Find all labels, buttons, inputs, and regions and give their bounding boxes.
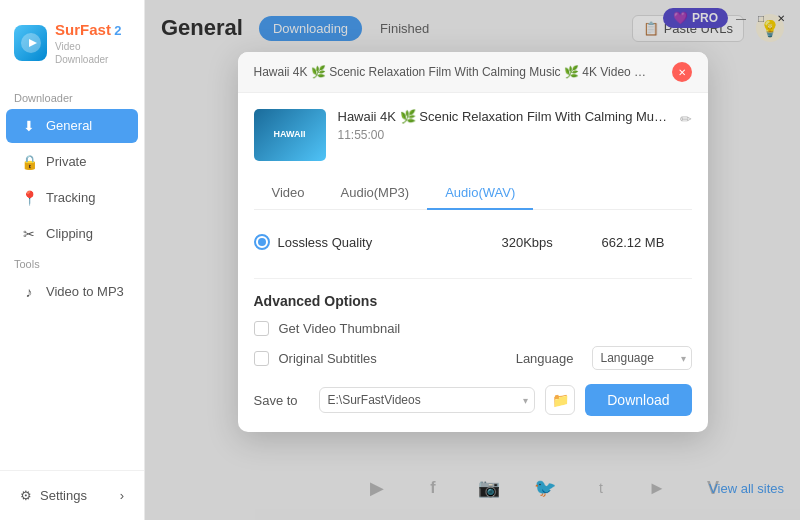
sidebar-item-private[interactable]: 🔒 Private (6, 145, 138, 179)
save-row: Save to ▾ 📁 Download (254, 384, 692, 416)
tab-video[interactable]: Video (254, 177, 323, 210)
tracking-icon: 📍 (20, 190, 38, 206)
language-select-wrapper: Language English Spanish French German ▾ (592, 346, 692, 370)
download-modal: Hawaii 4K 🌿 Scenic Relaxation Film With … (238, 52, 708, 432)
sidebar-item-tracking[interactable]: 📍 Tracking (6, 181, 138, 215)
downloader-section-label: Downloader (0, 86, 144, 108)
subtitles-option-row: Original Subtitles Language Language Eng… (254, 346, 692, 370)
save-path-wrapper: ▾ (319, 387, 536, 413)
quality-row: Lossless Quality 320Kbps 662.12 MB (254, 224, 692, 260)
subtitles-checkbox[interactable] (254, 351, 269, 366)
modal-title: Hawaii 4K 🌿 Scenic Relaxation Film With … (254, 65, 654, 79)
subtitles-label: Original Subtitles (279, 351, 377, 366)
edit-icon[interactable]: ✏ (680, 111, 692, 127)
video-meta: Hawaii 4K 🌿 Scenic Relaxation Film With … (338, 109, 668, 142)
modal-body: HAWAII Hawaii 4K 🌿 Scenic Relaxation Fil… (238, 93, 708, 432)
thumbnail-checkbox[interactable] (254, 321, 269, 336)
quality-radio[interactable] (254, 234, 270, 250)
modal-title-bar: Hawaii 4K 🌿 Scenic Relaxation Film With … (238, 52, 708, 93)
video-duration: 11:55:00 (338, 128, 668, 142)
format-tabs: Video Audio(MP3) Audio(WAV) (254, 177, 692, 210)
download-button[interactable]: Download (585, 384, 691, 416)
tab-audio-mp3[interactable]: Audio(MP3) (323, 177, 428, 210)
music-icon: ♪ (20, 284, 38, 300)
settings-icon: ⚙ (20, 488, 32, 503)
clip-icon: ✂ (20, 226, 38, 242)
save-to-label: Save to (254, 393, 309, 408)
sidebar: SurFast 2 Video Downloader Downloader ⬇ … (0, 0, 145, 520)
sidebar-item-video-to-mp3[interactable]: ♪ Video to MP3 (6, 275, 138, 309)
advanced-options-section: Advanced Options Get Video Thumbnail Ori… (254, 278, 692, 416)
quality-size: 662.12 MB (602, 235, 692, 250)
video-info-row: HAWAII Hawaii 4K 🌿 Scenic Relaxation Fil… (254, 109, 692, 161)
download-icon: ⬇ (20, 118, 38, 134)
save-path-input[interactable] (320, 388, 535, 412)
settings-chevron: › (120, 488, 124, 503)
video-title: Hawaii 4K 🌿 Scenic Relaxation Film With … (338, 109, 668, 124)
app-logo-icon (14, 25, 47, 61)
thumbnail-option-row: Get Video Thumbnail (254, 321, 692, 336)
modal-close-button[interactable]: ✕ (672, 62, 692, 82)
logo-area: SurFast 2 Video Downloader (0, 10, 144, 86)
modal-overlay: Hawaii 4K 🌿 Scenic Relaxation Film With … (145, 0, 800, 520)
quality-bitrate: 320Kbps (502, 235, 602, 250)
video-thumbnail: HAWAII (254, 109, 326, 161)
language-select[interactable]: Language English Spanish French German (592, 346, 692, 370)
lock-icon: 🔒 (20, 154, 38, 170)
settings-item[interactable]: ⚙ Settings › (6, 479, 138, 512)
sidebar-item-general[interactable]: ⬇ General (6, 109, 138, 143)
sidebar-bottom: ⚙ Settings › (0, 470, 144, 520)
advanced-title: Advanced Options (254, 293, 692, 309)
language-text-label: Language (516, 351, 574, 366)
app-name: SurFast 2 Video Downloader (55, 20, 130, 66)
folder-browse-button[interactable]: 📁 (545, 385, 575, 415)
sidebar-item-clipping[interactable]: ✂ Clipping (6, 217, 138, 251)
quality-label: Lossless Quality (278, 235, 502, 250)
tab-audio-wav[interactable]: Audio(WAV) (427, 177, 533, 210)
radio-inner (258, 238, 266, 246)
thumbnail-label: Get Video Thumbnail (279, 321, 401, 336)
tools-section-label: Tools (0, 252, 144, 274)
